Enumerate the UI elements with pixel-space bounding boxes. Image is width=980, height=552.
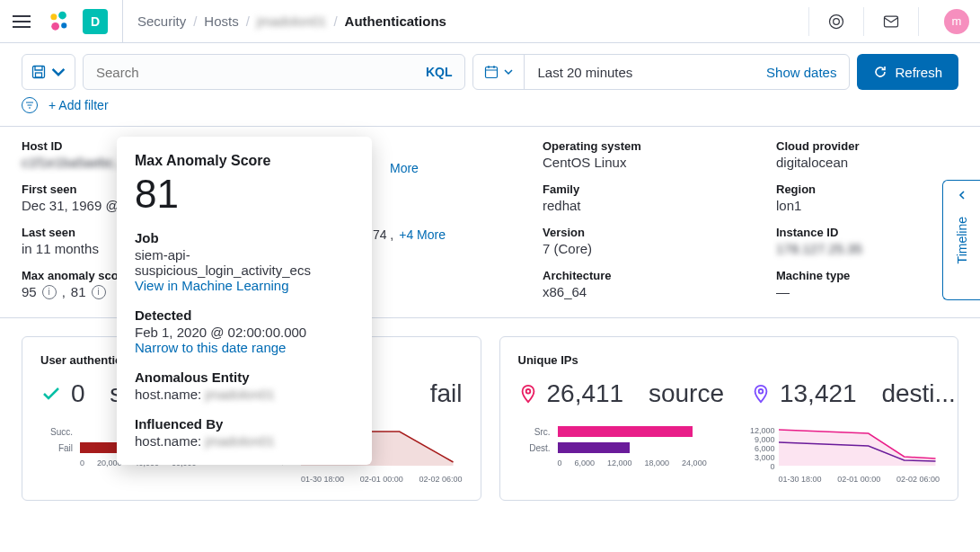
- popover-influenced-heading: Influenced By: [135, 416, 354, 432]
- svg-point-4: [830, 14, 843, 28]
- breadcrumb-hosts[interactable]: Hosts: [204, 13, 238, 29]
- anomaly-score-1[interactable]: 95: [22, 284, 37, 299]
- user-avatar[interactable]: m: [944, 9, 969, 34]
- kv-region: Regionlon1: [776, 183, 956, 213]
- ips-hbar-chart: Src. Dest. 06,00012,00018,00024,000: [518, 426, 725, 484]
- influenced-key: host.name:: [135, 433, 205, 449]
- stat-auth-fail: fail: [430, 379, 463, 408]
- panel-title: Unique IPs: [518, 353, 940, 367]
- panel-unique-ips: Unique IPs 26,411 source 13,421 desti...…: [499, 336, 959, 501]
- query-bar: KQL Last 20 minutes Show dates Refresh: [0, 43, 980, 93]
- popover-job-heading: Job: [135, 230, 354, 245]
- show-dates-link[interactable]: Show dates: [766, 65, 849, 80]
- popover-job-value: siem-api-suspicious_login_activity_ecs: [135, 247, 354, 278]
- stat-source-ips: 26,411 source: [518, 379, 724, 408]
- more-ips-link[interactable]: +4 More: [399, 227, 446, 242]
- chevron-down-icon: [51, 65, 66, 79]
- add-filter-link[interactable]: + Add filter: [49, 98, 109, 112]
- timeline-flyout-tab[interactable]: Timeline: [942, 180, 980, 300]
- chevron-left-icon: [957, 190, 967, 200]
- svg-point-3: [61, 22, 66, 28]
- filter-bar: + Add filter: [0, 93, 980, 127]
- search-input[interactable]: [96, 65, 426, 80]
- popover-title: Max Anomaly Score: [135, 153, 354, 169]
- elastic-logo-icon[interactable]: [47, 9, 72, 34]
- kv-cloud: Cloud providerdigitalocean: [776, 139, 956, 170]
- ips-trend-chart: 12,0009,0006,0003,0000 01-30 18:0002-01 …: [743, 426, 940, 484]
- svg-point-11: [759, 389, 764, 394]
- anomaly-popover: Max Anomaly Score 81 Job siem-api-suspic…: [117, 137, 372, 465]
- map-pin-icon: [751, 384, 771, 404]
- refresh-icon: [873, 65, 887, 79]
- divider: [918, 7, 919, 36]
- info-icon[interactable]: i: [42, 285, 57, 299]
- kv-family: Familyredhat: [543, 183, 740, 213]
- breadcrumb: Security/ Hosts/ jmadolon01/ Authenticat…: [137, 13, 446, 29]
- kv-instance: Instance ID178.127.25.35: [776, 226, 956, 256]
- query-language-toggle[interactable]: KQL: [426, 65, 453, 79]
- info-icon[interactable]: i: [92, 285, 106, 299]
- svg-rect-6: [885, 16, 898, 27]
- kv-os: Operating systemCentOS Linux: [543, 139, 740, 170]
- svg-rect-8: [36, 73, 42, 77]
- anomaly-score-2[interactable]: 81: [71, 284, 86, 299]
- date-range-label: Last 20 minutes: [525, 65, 766, 80]
- space-selector[interactable]: D: [83, 9, 108, 34]
- narrow-date-link[interactable]: Narrow to this date range: [135, 340, 354, 355]
- popover-detected-heading: Detected: [135, 307, 354, 323]
- entity-value: jmadolon01: [205, 387, 275, 402]
- saved-query-button[interactable]: [22, 54, 75, 90]
- refresh-button[interactable]: Refresh: [857, 54, 958, 90]
- breadcrumb-current: Authentications: [345, 13, 446, 29]
- influenced-value: jmadolon01: [205, 433, 275, 449]
- svg-point-2: [51, 22, 59, 30]
- breadcrumb-host-name[interactable]: jmadolon01: [257, 13, 327, 29]
- kv-version: Version7 (Core): [543, 226, 740, 256]
- check-icon: [40, 383, 62, 405]
- stat-dest-ips: 13,421 desti...: [751, 379, 956, 408]
- popover-detected-value: Feb 1, 2020 @ 02:00:00.000: [135, 325, 354, 340]
- svg-point-1: [58, 11, 66, 19]
- kv-machine: Machine type—: [776, 269, 956, 299]
- svg-point-5: [834, 18, 840, 24]
- popover-score: 81: [135, 174, 354, 214]
- popover-entity-heading: Anomalous Entity: [135, 369, 354, 385]
- calendar-icon: [484, 65, 499, 79]
- entity-key: host.name:: [135, 387, 205, 402]
- search-input-wrapper: KQL: [83, 54, 465, 90]
- help-icon[interactable]: [827, 13, 845, 31]
- chevron-down-icon: [504, 67, 513, 76]
- divider: [808, 7, 809, 36]
- date-picker[interactable]: Last 20 minutes Show dates: [472, 54, 850, 90]
- timeline-label: Timeline: [955, 217, 969, 263]
- view-ml-link[interactable]: View in Machine Learning: [135, 278, 354, 293]
- more-link[interactable]: More: [390, 161, 507, 175]
- kv-arch: Architecturex86_64: [543, 269, 740, 299]
- filter-options-icon[interactable]: [22, 97, 38, 113]
- menu-icon[interactable]: [11, 11, 32, 32]
- global-header: D Security/ Hosts/ jmadolon01/ Authentic…: [0, 0, 980, 43]
- divider: [122, 0, 123, 43]
- mail-icon[interactable]: [882, 13, 900, 31]
- svg-point-0: [50, 13, 57, 20]
- svg-rect-9: [486, 67, 498, 78]
- divider: [863, 7, 864, 36]
- breadcrumb-security[interactable]: Security: [137, 13, 186, 29]
- map-pin-icon: [518, 384, 538, 404]
- svg-point-10: [525, 389, 530, 394]
